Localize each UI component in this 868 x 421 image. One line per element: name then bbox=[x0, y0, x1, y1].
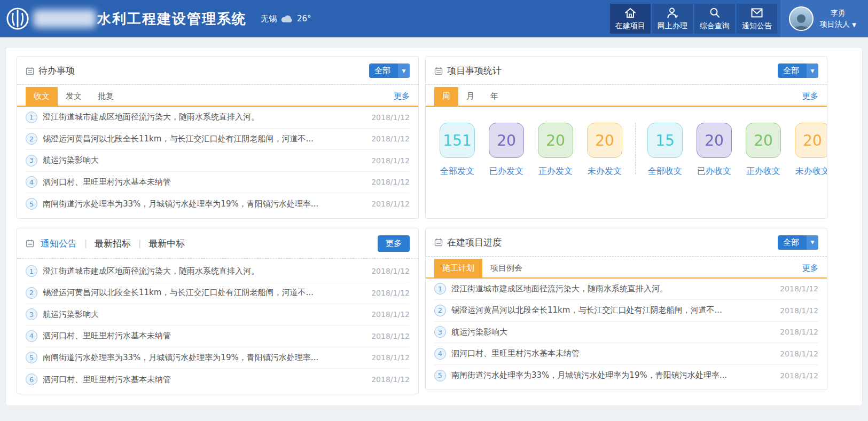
notice-title-tabs: 通知公告|最新招标|最新中标 bbox=[41, 237, 185, 250]
nav-item[interactable]: 综合查询 bbox=[694, 4, 735, 34]
more-link[interactable]: 更多 bbox=[802, 263, 818, 273]
list-item[interactable]: 3航运污染影响大2018/1/12 bbox=[26, 150, 410, 172]
user-role: 项目法人 ▼ bbox=[820, 19, 856, 30]
tab[interactable]: 发文 bbox=[58, 87, 90, 106]
stat-value: 20 bbox=[489, 123, 524, 158]
list-item[interactable]: 4泗河口村、里旺里村污水基本未纳管2018/1/12 bbox=[434, 343, 818, 365]
tab[interactable]: 项目例会 bbox=[482, 259, 530, 277]
notice-tab[interactable]: 最新招标 bbox=[95, 237, 131, 250]
item-number: 6 bbox=[26, 374, 37, 385]
tab[interactable]: 月 bbox=[458, 87, 482, 106]
tab[interactable]: 收文 bbox=[26, 87, 58, 106]
list-item[interactable]: 6泗河口村、里旺里村污水基本未纳管2018/1/12 bbox=[26, 369, 410, 391]
nav-label: 通知公告 bbox=[742, 21, 772, 31]
list-item[interactable]: 3航运污染影响大2018/1/12 bbox=[434, 322, 818, 344]
notice-tab[interactable]: 通知公告 bbox=[41, 237, 77, 250]
item-number: 4 bbox=[434, 348, 446, 360]
item-date: 2018/1/12 bbox=[371, 332, 410, 340]
item-text: 航运污染影响大 bbox=[43, 155, 364, 165]
calendar-icon bbox=[434, 67, 443, 75]
list-item[interactable]: 4泗河口村、里旺里村污水基本未纳管2018/1/12 bbox=[26, 172, 410, 194]
stat-label: 已办发文 bbox=[489, 166, 523, 177]
item-date: 2018/1/12 bbox=[780, 349, 818, 358]
item-text: 澄江街道城市建成区地面径流污染大，随雨水系统直排入河。 bbox=[43, 112, 364, 122]
chevron-down-icon: ▼ bbox=[398, 63, 410, 78]
stat-card[interactable]: 15全部收文 bbox=[647, 123, 683, 177]
stat-card[interactable]: 20未办收文 bbox=[795, 123, 827, 177]
item-date: 2018/1/12 bbox=[780, 306, 818, 315]
stat-card[interactable]: 20未办发文 bbox=[587, 123, 622, 177]
progress-list: 1澄江街道城市建成区地面径流污染大，随雨水系统直排入河。2018/1/122锡澄… bbox=[426, 279, 827, 390]
item-text: 南闸街道污水处理率为33%，月城镇污水处理率为19%，青阳镇污水处理率... bbox=[43, 353, 364, 363]
filter-dropdown[interactable]: 全部 ▼ bbox=[778, 235, 818, 250]
item-text: 锡澄运河黄昌河以北段全长11km，与长江交汇口处有江阴老船闸，河道不... bbox=[43, 134, 364, 144]
item-date: 2018/1/12 bbox=[780, 284, 818, 293]
item-number: 2 bbox=[26, 287, 37, 299]
panel-todo: 待办事项 全部 ▼ 收文发文批复 更多 1澄江街道城市建成区地面径流污染大，随雨… bbox=[17, 56, 419, 219]
more-button[interactable]: 更多 bbox=[378, 235, 410, 252]
notice-list: 1澄江街道城市建成区地面径流污染大，随雨水系统直排入河。2018/1/122锡澄… bbox=[17, 259, 418, 394]
nav-item[interactable]: 在建项目 bbox=[610, 4, 651, 34]
filter-dropdown[interactable]: 全部 ▼ bbox=[778, 63, 818, 78]
more-link[interactable]: 更多 bbox=[394, 91, 410, 101]
list-item[interactable]: 1澄江街道城市建成区地面径流污染大，随雨水系统直排入河。2018/1/12 bbox=[26, 107, 410, 129]
stat-card[interactable]: 20正办发文 bbox=[538, 123, 573, 177]
list-item[interactable]: 2锡澄运河黄昌河以北段全长11km，与长江交汇口处有江阴老船闸，河道不...20… bbox=[434, 300, 818, 322]
stat-card[interactable]: 20已办发文 bbox=[489, 123, 524, 177]
cloud-icon bbox=[281, 14, 293, 23]
vertical-divider bbox=[635, 123, 636, 174]
panel-stats: 项目事项统计 全部 ▼ 周月年 更多 151全部发文20已办发文20正办发文20… bbox=[425, 56, 827, 219]
filter-dropdown[interactable]: 全部 ▼ bbox=[369, 63, 410, 78]
list-item[interactable]: 5南闸街道污水处理率为33%，月城镇污水处理率为19%，青阳镇污水处理率...2… bbox=[26, 347, 410, 369]
tab[interactable]: 施工计划 bbox=[434, 259, 482, 277]
app-logo-icon bbox=[5, 6, 30, 31]
list-item[interactable]: 1澄江街道城市建成区地面径流污染大，随雨水系统直排入河。2018/1/12 bbox=[434, 279, 818, 300]
list-item[interactable]: 4泗河口村、里旺里村污水基本未纳管2018/1/12 bbox=[26, 325, 410, 347]
calendar-icon bbox=[26, 67, 34, 75]
nav-item[interactable]: 网上办理 bbox=[652, 4, 693, 34]
item-number: 3 bbox=[26, 155, 37, 166]
item-number: 5 bbox=[434, 370, 446, 382]
stat-value: 15 bbox=[647, 123, 683, 158]
item-number: 1 bbox=[26, 112, 37, 123]
stat-label: 全部发文 bbox=[440, 166, 474, 177]
panel-notice-title: 通知公告|最新招标|最新中标 bbox=[26, 237, 185, 250]
item-text: 南闸街道污水处理率为33%，月城镇污水处理率为19%，青阳镇污水处理率... bbox=[451, 370, 772, 380]
list-item[interactable]: 3航运污染影响大2018/1/12 bbox=[26, 304, 410, 326]
item-text: 泗河口村、里旺里村污水基本未纳管 bbox=[451, 348, 772, 359]
list-item[interactable]: 2锡澄运河黄昌河以北段全长11km，与长江交汇口处有江阴老船闸，河道不...20… bbox=[26, 129, 410, 150]
tab[interactable]: 周 bbox=[434, 87, 458, 106]
item-number: 1 bbox=[434, 283, 446, 295]
list-item[interactable]: 5南闸街道污水处理率为33%，月城镇污水处理率为19%，青阳镇污水处理率...2… bbox=[26, 193, 410, 215]
more-link[interactable]: 更多 bbox=[802, 91, 818, 101]
list-item[interactable]: 2锡澄运河黄昌河以北段全长11km，与长江交汇口处有江阴老船闸，河道不...20… bbox=[26, 282, 410, 304]
nav-item[interactable]: 通知公告 bbox=[737, 4, 777, 34]
stat-label: 已办收文 bbox=[697, 166, 731, 177]
tab[interactable]: 批复 bbox=[90, 87, 122, 106]
panel-stats-header: 项目事项统计 全部 ▼ bbox=[426, 57, 827, 85]
item-number: 2 bbox=[26, 133, 37, 145]
item-number: 2 bbox=[434, 305, 446, 316]
stat-card[interactable]: 20正办收文 bbox=[746, 123, 781, 177]
stat-label: 正办收文 bbox=[746, 166, 780, 177]
weather-temp: 26° bbox=[297, 14, 311, 23]
title-separator: | bbox=[138, 239, 141, 248]
stat-label: 未办发文 bbox=[588, 166, 622, 177]
item-date: 2018/1/12 bbox=[780, 371, 818, 380]
chevron-down-icon: ▼ bbox=[807, 63, 818, 78]
list-item[interactable]: 5南闸街道污水处理率为33%，月城镇污水处理率为19%，青阳镇污水处理率...2… bbox=[434, 365, 818, 387]
panel-notice-header: 通知公告|最新招标|最新中标 更多 bbox=[17, 228, 418, 259]
calendar-icon bbox=[26, 239, 34, 248]
item-date: 2018/1/12 bbox=[371, 267, 410, 275]
item-date: 2018/1/12 bbox=[371, 310, 410, 319]
list-item[interactable]: 1澄江街道城市建成区地面径流污染大，随雨水系统直排入河。2018/1/12 bbox=[26, 261, 410, 283]
nav-label: 网上办理 bbox=[658, 21, 687, 31]
item-text: 澄江街道城市建成区地面径流污染大，随雨水系统直排入河。 bbox=[451, 284, 772, 294]
notice-tab[interactable]: 最新中标 bbox=[148, 237, 185, 250]
panel-progress-title: 在建项目进度 bbox=[434, 236, 502, 249]
stat-card[interactable]: 151全部发文 bbox=[440, 123, 475, 177]
tab[interactable]: 年 bbox=[482, 87, 506, 106]
stat-card[interactable]: 20已办收文 bbox=[697, 123, 732, 177]
user-menu[interactable]: 李勇 项目法人 ▼ bbox=[780, 0, 868, 37]
stat-value: 20 bbox=[587, 123, 622, 158]
